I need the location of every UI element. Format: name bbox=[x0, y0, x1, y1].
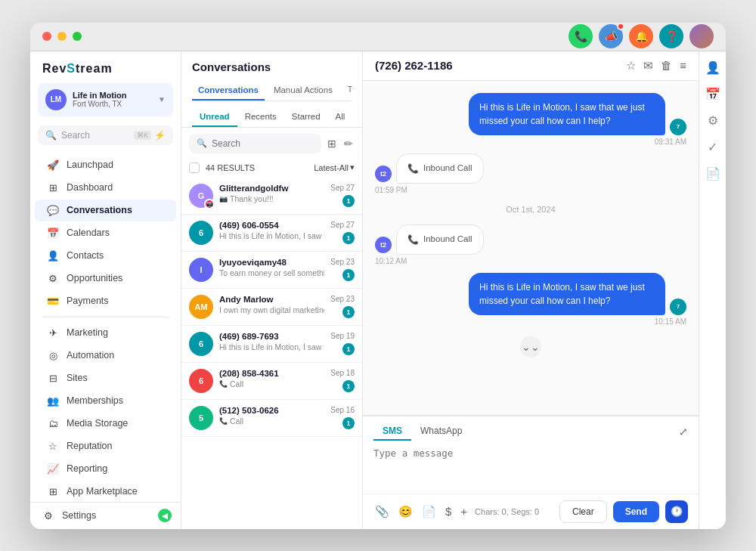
snippet-button[interactable]: 📄 bbox=[420, 503, 438, 520]
call-preview-icon: 📞 bbox=[219, 380, 228, 388]
conv-item[interactable]: G 📷 Glitterandgoldfw 📷 Thank you!!! Sep … bbox=[181, 178, 362, 215]
tab-templates[interactable]: Templates (Snippets) bbox=[342, 81, 352, 101]
dashboard-icon: ⊞ bbox=[47, 182, 59, 193]
conv-item[interactable]: 5 (512) 503-0626 📞 Call Sep 16 1 bbox=[181, 400, 362, 437]
tab-recents[interactable]: Recents bbox=[237, 107, 284, 127]
sidebar-item-sites[interactable]: ⊟ Sites bbox=[35, 367, 176, 389]
chat-header: (726) 262-1186 ☆ ✉ 🗑 ≡ bbox=[363, 51, 699, 81]
maximize-button[interactable] bbox=[73, 32, 82, 41]
settings-item[interactable]: ⚙ Settings ◀ bbox=[30, 502, 181, 529]
call-info: 📞 Inbound Call bbox=[407, 162, 472, 175]
message-date: Sep 23 bbox=[330, 295, 355, 303]
call-preview-icon: 📞 bbox=[219, 417, 228, 425]
tab-unread[interactable]: Unread bbox=[192, 107, 237, 127]
expand-compose-button[interactable]: ⤢ bbox=[679, 426, 688, 438]
sidebar-item-label: Automation bbox=[67, 350, 114, 361]
compose-tab-whatsapp[interactable]: WhatsApp bbox=[411, 423, 471, 441]
help-icon[interactable]: ❓ bbox=[659, 24, 683, 48]
calendar-icon[interactable]: 📅 bbox=[705, 87, 720, 101]
attachment-button[interactable]: 📎 bbox=[373, 503, 391, 520]
sidebar-item-label: Dashboard bbox=[67, 182, 113, 193]
sidebar-item-marketing[interactable]: ✈ Marketing bbox=[35, 322, 176, 344]
conv-item-body: (512) 503-0626 📞 Call bbox=[219, 406, 324, 426]
message-date: Sep 23 bbox=[330, 258, 355, 266]
sidebar-item-opportunities[interactable]: ⚙ Opportunities bbox=[35, 268, 176, 289]
tab-starred[interactable]: Starred bbox=[284, 107, 328, 127]
sidebar-item-conversations[interactable]: 💬 Conversations bbox=[35, 200, 176, 221]
results-count: 44 RESULTS bbox=[206, 163, 255, 172]
user-avatar[interactable] bbox=[689, 24, 714, 48]
conv-action-buttons: ⊞ ✏ bbox=[326, 136, 355, 151]
search-label: Search bbox=[61, 130, 129, 141]
sidebar-item-automation[interactable]: ◎ Automation bbox=[35, 345, 176, 367]
settings-icon: ⚙ bbox=[42, 510, 54, 522]
conv-item[interactable]: 6 (469) 606-0554 Hi this is Life in Moti… bbox=[181, 215, 362, 252]
account-icon: LM bbox=[45, 89, 67, 110]
sidebar-search[interactable]: 🔍 Search ⌘K ⚡ bbox=[38, 125, 173, 145]
scroll-down-button[interactable]: ⌄⌄ bbox=[520, 336, 541, 358]
filter-chat-button[interactable]: ≡ bbox=[680, 59, 686, 72]
sidebar-item-payments[interactable]: 💳 Payments bbox=[35, 290, 176, 312]
scroll-down-area: ⌄⌄ bbox=[375, 336, 686, 358]
emoji-button[interactable]: 😊 bbox=[397, 503, 414, 520]
compose-tab-sms[interactable]: SMS bbox=[373, 423, 411, 441]
star-button[interactable]: ☆ bbox=[626, 59, 636, 73]
unread-badge: 1 bbox=[342, 417, 355, 429]
sort-button[interactable]: Latest-All ▾ bbox=[314, 163, 355, 172]
sidebar-item-reputation[interactable]: ☆ Reputation bbox=[35, 435, 176, 457]
message-date: Sep 18 bbox=[330, 369, 355, 377]
minimize-button[interactable] bbox=[57, 32, 67, 41]
dollar-button[interactable]: $ bbox=[444, 503, 453, 519]
delete-button[interactable]: 🗑 bbox=[661, 59, 672, 72]
sent-badge: 7 bbox=[670, 119, 686, 135]
conv-item[interactable]: 6 (208) 858-4361 📞 Call Sep 18 1 bbox=[181, 363, 362, 400]
settings-badge: ◀ bbox=[158, 509, 172, 522]
account-switcher[interactable]: LM Life in Motion Fort Worth, TX ▼ bbox=[38, 83, 173, 116]
conv-item[interactable]: 6 (469) 689-7693 Hi this is Life in Moti… bbox=[181, 326, 362, 363]
bell-icon[interactable]: 🔔 bbox=[629, 24, 653, 48]
titlebar: 📞 📣 🔔 ❓ bbox=[30, 23, 726, 51]
tab-conversations-active[interactable]: Conversations bbox=[192, 81, 265, 101]
app-marketplace-icon: ⊞ bbox=[47, 486, 59, 497]
tab-manual-actions[interactable]: Manual Actions bbox=[268, 81, 339, 101]
send-button[interactable]: Send bbox=[613, 501, 659, 522]
close-button[interactable] bbox=[42, 32, 51, 41]
checklist-icon[interactable]: ✓ bbox=[708, 140, 717, 154]
sidebar-item-memberships[interactable]: 👥 Memberships bbox=[35, 390, 176, 412]
contact-name: Andy Marlow bbox=[219, 295, 324, 304]
message-preview: 📞 Call bbox=[219, 379, 324, 388]
sidebar-item-media-storage[interactable]: 🗂 Media Storage bbox=[35, 413, 176, 435]
sidebar-item-reporting[interactable]: 📈 Reporting bbox=[35, 458, 176, 480]
sidebar-item-launchpad[interactable]: 🚀 Launchpad bbox=[35, 154, 176, 176]
schedule-button[interactable]: 🕐 bbox=[665, 500, 688, 523]
conv-item-body: (469) 606-0554 Hi this is Life in Motion… bbox=[219, 221, 324, 240]
sidebar: RevStream LM Life in Motion Fort Worth, … bbox=[30, 51, 181, 529]
nav-divider bbox=[42, 317, 169, 317]
sidebar-item-app-marketplace[interactable]: ⊞ App Marketplace bbox=[35, 481, 176, 502]
sidebar-item-label: Opportunities bbox=[67, 273, 122, 283]
network-icon[interactable]: ⚙ bbox=[708, 113, 718, 128]
chat-contact-phone: (726) 262-1186 bbox=[375, 59, 618, 72]
edit-button[interactable]: ✏ bbox=[342, 136, 355, 151]
select-all-checkbox[interactable] bbox=[189, 163, 200, 173]
sites-icon: ⊟ bbox=[47, 373, 59, 384]
tab-all[interactable]: All bbox=[328, 107, 353, 127]
contact-profile-icon[interactable]: 👤 bbox=[705, 60, 720, 75]
clear-button[interactable]: Clear bbox=[559, 500, 607, 523]
filter-button[interactable]: ⊞ bbox=[326, 136, 338, 151]
plus-button[interactable]: + bbox=[459, 503, 469, 519]
sidebar-item-dashboard[interactable]: ⊞ Dashboard bbox=[35, 177, 176, 199]
sidebar-item-contacts[interactable]: 👤 Contacts bbox=[35, 245, 176, 267]
conv-search-input[interactable] bbox=[212, 138, 314, 149]
message-input[interactable] bbox=[373, 447, 688, 484]
document-icon[interactable]: 📄 bbox=[705, 166, 720, 181]
sidebar-item-calendars[interactable]: 📅 Calendars bbox=[35, 222, 176, 244]
call-label: Inbound Call bbox=[423, 233, 472, 246]
conv-item[interactable]: I Iyuyoeviqamy48 To earn money or sell s… bbox=[181, 252, 362, 289]
megaphone-icon[interactable]: 📣 bbox=[599, 24, 623, 48]
unread-badge: 1 bbox=[342, 380, 355, 392]
conv-item[interactable]: AM Andy Marlow I own my own digital mark… bbox=[181, 289, 362, 326]
email-button[interactable]: ✉ bbox=[643, 59, 653, 73]
contact-name: (208) 858-4361 bbox=[219, 369, 324, 378]
phone-icon[interactable]: 📞 bbox=[569, 24, 593, 48]
